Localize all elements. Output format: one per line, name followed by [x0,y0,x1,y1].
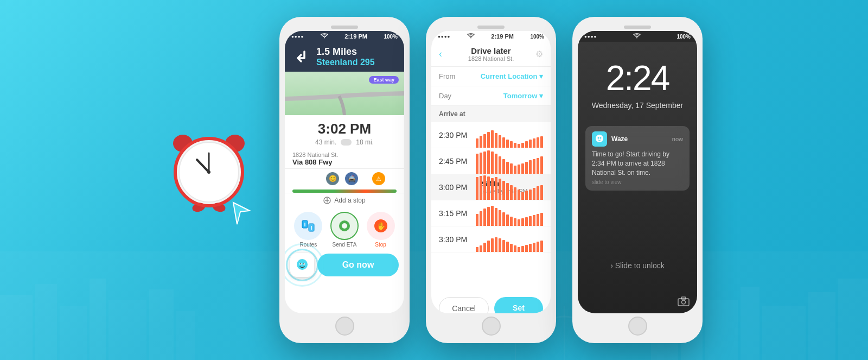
lock-date: Wednesday, 17 September [578,101,697,121]
go-now-button[interactable]: Go now [317,254,399,276]
time-slot-330[interactable]: 3:30 PM [431,226,551,252]
eta-time: 3:02 PM [292,121,397,137]
notif-slide-hint: slide to view [592,179,683,185]
svg-rect-89 [487,176,490,200]
map-preview: East way [285,72,404,115]
waze-go-button-wrapper [290,253,314,277]
svg-point-142 [600,137,602,139]
svg-rect-14 [838,279,868,360]
svg-rect-65 [533,138,535,148]
svg-rect-96 [514,187,516,200]
svg-rect-116 [521,218,524,226]
header-center: Drive later 1828 National St. [446,46,535,62]
add-stop-button[interactable]: Add a stop [285,193,404,207]
svg-rect-113 [510,217,513,226]
svg-rect-82 [529,160,532,174]
day-row: Day Tomorrow ▾ [431,86,551,106]
drive-later-title: Drive later [446,46,535,55]
status-bar-3: ●●●● 100% [578,31,697,42]
drive-later-actions: Cancel Set [431,290,551,313]
svg-rect-90 [491,178,494,200]
time-slot-230[interactable]: 2:30 PM [431,122,551,148]
lock-camera-icon[interactable] [678,296,690,309]
svg-rect-94 [506,183,509,200]
settings-button[interactable]: ⚙ [535,49,543,59]
status-battery-1: 100% [384,34,398,40]
waze-notification[interactable]: Waze now Time to go! Start driving by 2:… [585,126,690,191]
svg-rect-110 [499,210,501,226]
svg-rect-74 [499,156,501,174]
back-button[interactable]: ‹ [439,48,442,60]
time-330: 3:30 PM [439,235,474,244]
svg-rect-78 [514,166,516,174]
svg-rect-68 [476,154,478,174]
svg-rect-108 [491,206,494,226]
svg-rect-51 [480,136,482,148]
svg-rect-127 [495,237,497,252]
svg-rect-56 [499,135,501,148]
slide-to-unlock[interactable]: › Slide to unlock [578,261,697,270]
weather-cloud-icon [341,139,352,146]
waze-pin-2: 🚔 [344,171,359,188]
time-slot-245[interactable]: 2:45 PM [431,148,551,174]
send-eta-button[interactable]: Send ETA [330,212,359,248]
svg-rect-124 [483,243,486,252]
phone-home-btn-1[interactable] [335,317,354,336]
svg-rect-98 [521,192,524,200]
svg-rect-104 [476,214,478,226]
nav-street: Steenland 295 [316,58,375,67]
drive-later-subtitle: 1828 National St. [446,55,535,62]
phone-home-btn-2[interactable] [482,317,501,336]
routes-button[interactable]: Routes [294,212,322,248]
svg-rect-81 [525,162,528,174]
set-button[interactable]: Set [494,297,543,313]
cancel-button[interactable]: Cancel [439,297,489,313]
stop-icon: ✋ [367,212,395,240]
svg-rect-60 [514,143,516,148]
svg-rect-118 [529,216,532,226]
phone-screen-2: ●●●● 2:19 PM 100% ‹ Drive later 1828 Nat… [431,31,551,313]
svg-rect-131 [510,244,513,252]
svg-rect-67 [540,136,543,148]
phone-home-btn-3[interactable] [628,317,647,336]
time-slot-300[interactable]: 3:00 PM 26 Min Leave by 2:34 PM [431,174,551,200]
arrive-at-header: Arrive at [431,106,551,122]
warning-pin: ⚠ [371,171,386,188]
stop-button[interactable]: ✋ Stop [367,212,395,248]
svg-marker-27 [233,203,250,224]
svg-rect-13 [808,292,835,360]
svg-rect-61 [518,144,520,148]
svg-rect-55 [495,133,497,148]
svg-rect-4 [90,279,106,360]
day-value[interactable]: Tomorrow ▾ [503,92,543,100]
time-slot-315[interactable]: 3:15 PM [431,200,551,226]
phone-speaker-1 [331,26,358,29]
svg-rect-97 [518,190,520,200]
svg-point-45 [297,259,308,270]
chart-area-230 [475,122,551,148]
from-value[interactable]: Current Location ▾ [481,72,543,80]
routes-icon [294,212,322,240]
svg-rect-92 [499,179,501,200]
svg-rect-122 [476,247,478,252]
svg-rect-11 [741,287,760,360]
svg-point-42 [342,223,347,229]
svg-rect-119 [533,215,535,226]
svg-rect-59 [510,141,513,148]
svg-rect-52 [483,134,486,148]
route-destination: 1828 National St. [292,151,397,158]
nav-info: 1.5 Miles Steenland 295 [316,46,375,67]
chart-area-245 [475,148,551,174]
eta-details: 43 min. 18 mi. [292,138,397,146]
waze-avatar-button[interactable] [290,253,314,277]
svg-rect-63 [525,141,528,148]
phone-screen-3: ●●●● 100% 2:24 Wednesday, 17 September [578,31,697,313]
svg-rect-123 [480,245,482,252]
svg-rect-69 [480,153,482,174]
svg-rect-75 [502,159,505,174]
svg-rect-80 [521,163,524,174]
signal-dots-2: ●●●● [438,34,450,39]
svg-rect-117 [525,217,528,226]
nav-distance: 1.5 Miles [316,46,375,58]
svg-rect-129 [502,240,505,252]
